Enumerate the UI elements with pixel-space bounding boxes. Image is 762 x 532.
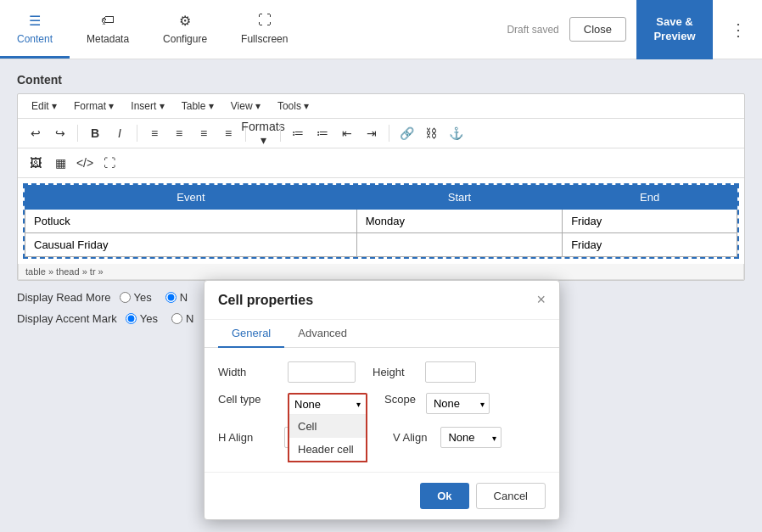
ordered-list-button[interactable]: ≔ bbox=[311, 122, 333, 144]
accent-mark-radio-group: Yes N bbox=[126, 312, 194, 325]
bold-button[interactable]: B bbox=[84, 122, 106, 144]
media-button[interactable]: ▦ bbox=[49, 152, 71, 174]
cell-type-selected-display[interactable]: None ▾ bbox=[289, 395, 366, 415]
redo-button[interactable]: ↪ bbox=[49, 122, 71, 144]
read-more-yes-label[interactable]: Yes bbox=[120, 291, 152, 304]
table-header-start[interactable]: Start bbox=[356, 186, 562, 210]
table-header-event[interactable]: Event bbox=[25, 186, 357, 210]
read-more-no-label[interactable]: N bbox=[165, 291, 188, 304]
accent-mark-yes-radio[interactable] bbox=[126, 313, 137, 324]
accent-mark-no-radio[interactable] bbox=[171, 313, 182, 324]
menu-insert[interactable]: Insert ▾ bbox=[124, 98, 171, 115]
content-icon: ☰ bbox=[25, 11, 44, 30]
unordered-list-button[interactable]: ≔ bbox=[287, 122, 309, 144]
menu-format[interactable]: Format ▾ bbox=[67, 98, 120, 115]
toolbar-sep-4 bbox=[280, 125, 281, 142]
width-label: Width bbox=[218, 366, 277, 378]
cell-type-label: Cell type bbox=[218, 393, 277, 406]
table-header-end[interactable]: End bbox=[563, 186, 737, 210]
fullscreen-editor-button[interactable]: ⛶ bbox=[98, 152, 120, 174]
menu-view[interactable]: View ▾ bbox=[224, 98, 267, 115]
modal-tab-advanced[interactable]: Advanced bbox=[284, 320, 361, 348]
scope-select[interactable]: None Row Column bbox=[426, 393, 490, 414]
fullscreen-icon: ⛶ bbox=[255, 11, 274, 30]
read-more-no-radio[interactable] bbox=[165, 292, 176, 303]
menu-tools[interactable]: Tools ▾ bbox=[271, 98, 316, 115]
cell-type-option-cell[interactable]: Cell bbox=[289, 415, 366, 438]
toolbar-sep-2 bbox=[137, 125, 137, 142]
menu-edit[interactable]: Edit ▾ bbox=[25, 98, 64, 115]
align-left-button[interactable]: ≡ bbox=[143, 122, 165, 144]
cell-type-dropdown-container: None ▾ Cell Header cell bbox=[288, 393, 367, 417]
modal-tab-general[interactable]: General bbox=[218, 320, 284, 348]
tab-metadata[interactable]: 🏷 Metadata bbox=[70, 0, 146, 59]
scope-label: Scope bbox=[384, 393, 416, 406]
breadcrumb: table » thead » tr » bbox=[18, 264, 744, 280]
width-height-row: Width Height bbox=[218, 361, 546, 383]
display-accent-mark-label: Display Accent Mark bbox=[17, 312, 117, 325]
link-button[interactable]: 🔗 bbox=[395, 122, 417, 144]
configure-icon: ⚙ bbox=[176, 11, 194, 30]
formats-button[interactable]: Formats ▾ bbox=[252, 122, 274, 144]
modal-close-button[interactable]: × bbox=[536, 291, 546, 309]
undo-button[interactable]: ↩ bbox=[25, 122, 47, 144]
h-align-row: H Align None Left Center Right V Align N… bbox=[218, 427, 546, 448]
draft-saved-label: Draft saved bbox=[507, 24, 558, 36]
v-align-label: V Align bbox=[393, 431, 427, 444]
close-button[interactable]: Close bbox=[569, 17, 626, 42]
table-cell[interactable]: Causual Friday bbox=[25, 233, 357, 257]
width-input[interactable] bbox=[288, 361, 356, 383]
align-center-button[interactable]: ≡ bbox=[168, 122, 190, 144]
align-right-button[interactable]: ≡ bbox=[193, 122, 215, 144]
editor-toolbar-2: 🖼 ▦ </> ⛶ bbox=[18, 148, 744, 178]
modal-tabs: General Advanced bbox=[205, 320, 559, 348]
tab-fullscreen-label: Fullscreen bbox=[241, 33, 288, 45]
modal-body: Width Height Cell type None ▾ Cell bbox=[205, 348, 559, 472]
toolbar-sep-5 bbox=[389, 125, 389, 142]
modal-header: Cell properties × bbox=[205, 281, 559, 320]
main-area: Content Edit ▾ Format ▾ Insert ▾ Table ▾… bbox=[0, 59, 762, 339]
table-cell[interactable]: Potluck bbox=[25, 210, 357, 233]
section-label: Content bbox=[17, 73, 745, 87]
cancel-button[interactable]: Cancel bbox=[476, 483, 546, 509]
cell-type-dropdown-list: Cell Header cell bbox=[288, 415, 367, 462]
image-button[interactable]: 🖼 bbox=[25, 152, 47, 174]
unlink-button[interactable]: ⛓ bbox=[420, 122, 442, 144]
tab-metadata-label: Metadata bbox=[87, 33, 129, 45]
menu-table[interactable]: Table ▾ bbox=[175, 98, 221, 115]
table-cell[interactable]: Monday bbox=[356, 210, 562, 233]
height-input[interactable] bbox=[425, 361, 476, 383]
tab-fullscreen[interactable]: ⛶ Fullscreen bbox=[224, 0, 305, 59]
anchor-button[interactable]: ⚓ bbox=[445, 122, 467, 144]
table-row: Causual Friday Friday bbox=[25, 233, 737, 257]
height-label: Height bbox=[373, 366, 415, 378]
tab-configure-label: Configure bbox=[163, 33, 207, 45]
metadata-icon: 🏷 bbox=[98, 11, 117, 30]
read-more-yes-radio[interactable] bbox=[120, 292, 131, 303]
italic-button[interactable]: I bbox=[109, 122, 131, 144]
tab-configure[interactable]: ⚙ Configure bbox=[146, 0, 224, 59]
editor-content[interactable]: Event Start End Potluck Monday Friday Ca… bbox=[18, 178, 744, 264]
accent-mark-yes-label[interactable]: Yes bbox=[126, 312, 158, 325]
display-read-more-label: Display Read More bbox=[17, 291, 111, 304]
cell-type-row: Cell type None ▾ Cell Header cell Scope bbox=[218, 393, 546, 417]
align-justify-button[interactable]: ≡ bbox=[217, 122, 239, 144]
tab-content-label: Content bbox=[17, 33, 53, 45]
table-cell[interactable]: Friday bbox=[563, 233, 737, 257]
modal-footer: Ok Cancel bbox=[205, 472, 559, 519]
cell-type-option-header-cell[interactable]: Header cell bbox=[289, 438, 366, 461]
indent-button[interactable]: ⇥ bbox=[361, 122, 383, 144]
tab-content[interactable]: ☰ Content bbox=[0, 0, 70, 59]
read-more-radio-group: Yes N bbox=[120, 291, 188, 304]
accent-mark-no-label[interactable]: N bbox=[171, 312, 193, 325]
code-button[interactable]: </> bbox=[74, 152, 96, 174]
table-cell[interactable] bbox=[356, 233, 562, 257]
editor-table[interactable]: Event Start End Potluck Monday Friday Ca… bbox=[25, 185, 737, 257]
save-preview-button[interactable]: Save &Preview bbox=[636, 0, 713, 59]
editor-toolbar-1: ↩ ↪ B I ≡ ≡ ≡ ≡ Formats ▾ ≔ ≔ ⇤ ⇥ 🔗 ⛓ ⚓ bbox=[18, 119, 744, 148]
ok-button[interactable]: Ok bbox=[420, 483, 468, 509]
v-align-select[interactable]: None Top Middle Bottom bbox=[440, 427, 501, 448]
outdent-button[interactable]: ⇤ bbox=[336, 122, 358, 144]
more-options-button[interactable]: ⋮ bbox=[723, 20, 754, 40]
table-cell[interactable]: Friday bbox=[563, 210, 737, 233]
